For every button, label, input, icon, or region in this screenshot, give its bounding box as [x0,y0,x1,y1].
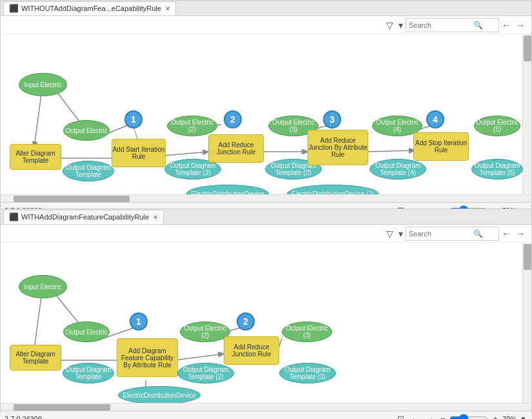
node-add-reduce-junction[interactable]: Add Reduce Junction Rule [208,134,264,163]
bottom-forward-button[interactable]: → [424,413,436,419]
bottom-v-scroll[interactable] [522,243,531,403]
bottom-zoom-slider[interactable] [449,414,488,420]
b-circle-2[interactable]: 2 [237,312,255,331]
top-search-icon: 🔍 [471,21,486,30]
node-output-electric[interactable]: Output Electric [63,120,110,141]
bottom-zoom-out[interactable]: − [438,413,448,419]
top-panel: ⬛ WITHOUTAddDiagramFea...eCapabilityRule… [0,0,532,205]
bottom-tab-icon: ⬛ [9,212,19,221]
bottom-diagram-area: Input Electric Output Electric Alter Dia… [1,243,531,403]
bottom-tab-bar: ⬛ WITHAddDiagramFeatureCapabilityRule ✕ [1,209,531,225]
node-output-diagram-5[interactable]: Output Diagram Template (5) [471,159,523,179]
bottom-tab[interactable]: ⬛ WITHAddDiagramFeatureCapabilityRule ✕ [3,210,164,224]
node-output-electric-2[interactable]: Output Electric (2) [167,116,217,136]
top-search-input[interactable] [406,21,471,29]
bottom-zoom-in[interactable]: + [491,413,500,419]
bottom-filter-button[interactable]: ▽ [384,227,396,240]
top-search-box: 🔍 [406,18,499,32]
svg-line-0 [34,90,42,147]
top-tab-close[interactable]: ✕ [165,5,170,12]
b-node-output-diagram-3[interactable]: Output Diagram Template (3) [279,363,336,383]
bottom-fit-button[interactable]: ⊡ [395,413,406,419]
bottom-search-icon: 🔍 [471,229,486,238]
node-output-diagram-4[interactable]: Output Diagram Template (4) [369,159,426,179]
node-output-electric-5[interactable]: Output Electric (5) [474,116,520,136]
bottom-version: 2.7.0.26309 [5,415,42,420]
bottom-status-right: ⊡ ← → − + 70% ▾ [395,413,527,419]
bottom-tab-close[interactable]: ✕ [153,214,158,221]
node-input-electric[interactable]: Input Electric [19,73,67,96]
top-diagram-area: Input Electric Output Electric Alter Dia… [1,34,531,194]
node-alter-diagram[interactable]: Alter Diagram Template [10,144,61,170]
bottom-tab-label: WITHAddDiagramFeatureCapabilityRule [21,213,149,221]
svg-line-9 [366,150,415,152]
bottom-h-scroll[interactable] [1,403,531,411]
node-add-reduce-by-attribute[interactable]: Add Reduce Junction By Attribute Rule [308,130,368,165]
node-output-diagram[interactable]: Output Diagram Template [63,161,114,181]
bottom-h-scroll-thumb[interactable] [14,404,110,411]
svg-line-15 [175,354,224,360]
bottom-panel: ⬛ WITHAddDiagramFeatureCapabilityRule ✕ … [0,209,532,414]
svg-line-5 [164,152,208,156]
top-toolbar: ▽ ▾ 🔍 ← → [1,16,531,34]
top-nav-prev[interactable]: ← [499,19,513,32]
bottom-zoom-dropdown[interactable]: ▾ [519,413,527,419]
circle-1[interactable]: 1 [124,110,143,128]
circle-4[interactable]: 4 [426,110,444,128]
bottom-back-button[interactable]: ← [409,413,421,419]
b-node-elec-dist-device[interactable]: ElectricDistributionDevice [118,386,201,403]
top-tab[interactable]: ⬛ WITHOUTAddDiagramFea...eCapabilityRule… [3,1,176,15]
filter-dropdown[interactable]: ▾ [396,19,406,32]
svg-line-11 [34,292,42,349]
b-node-add-reduce-junction[interactable]: Add Reduce Junction Rule [224,336,279,365]
b-node-add-diagram-feature[interactable]: Add Diagram Feature Capability By Attrib… [117,338,178,377]
b-node-input-electric[interactable]: Input Electric [19,275,67,298]
node-add-stop-iteration[interactable]: Add Stop Iteration Rule [413,132,469,161]
top-v-scroll-thumb[interactable] [524,36,531,61]
bottom-v-scroll-thumb[interactable] [524,244,531,270]
top-nav-next[interactable]: → [513,19,527,32]
top-h-scroll-thumb[interactable] [14,196,130,202]
bottom-search-input[interactable] [406,230,471,238]
bottom-search-box: 🔍 [406,227,499,241]
node-add-start-iteration[interactable]: Add Start Iteration Rule [112,139,166,167]
top-tab-label: WITHOUTAddDiagramFea...eCapabilityRule [21,5,161,12]
b-node-alter-diagram[interactable]: Alter Diagram Template [10,345,61,371]
b-circle-1[interactable]: 1 [130,312,148,331]
b-node-output-electric-3[interactable]: Output Electric (3) [282,322,332,342]
top-v-scroll[interactable] [522,34,531,194]
bottom-toolbar: ▽ ▾ 🔍 ← → [1,225,531,243]
b-node-output-electric[interactable]: Output Electric [63,322,110,342]
top-tab-bar: ⬛ WITHOUTAddDiagramFea...eCapabilityRule… [1,1,531,16]
tab-icon: ⬛ [9,4,19,13]
bottom-filter-dropdown[interactable]: ▾ [396,227,406,240]
circle-2[interactable]: 2 [224,110,242,128]
b-node-output-electric-2[interactable]: Output Electric (2) [180,322,230,342]
b-node-output-diagram-2[interactable]: Output Diagram Template (2) [177,363,234,383]
circle-3[interactable]: 3 [323,110,341,128]
bottom-status-bar: 2.7.0.26309 ⊡ ← → − + 70% ▾ [1,411,531,419]
bottom-nav-prev[interactable]: ← [499,227,513,240]
bottom-nav-next[interactable]: → [513,227,527,240]
b-node-output-diagram[interactable]: Output Diagram Template [63,363,114,383]
filter-button[interactable]: ▽ [384,19,396,32]
top-h-scroll[interactable] [1,194,531,202]
bottom-zoom-label: 70% [502,415,517,420]
